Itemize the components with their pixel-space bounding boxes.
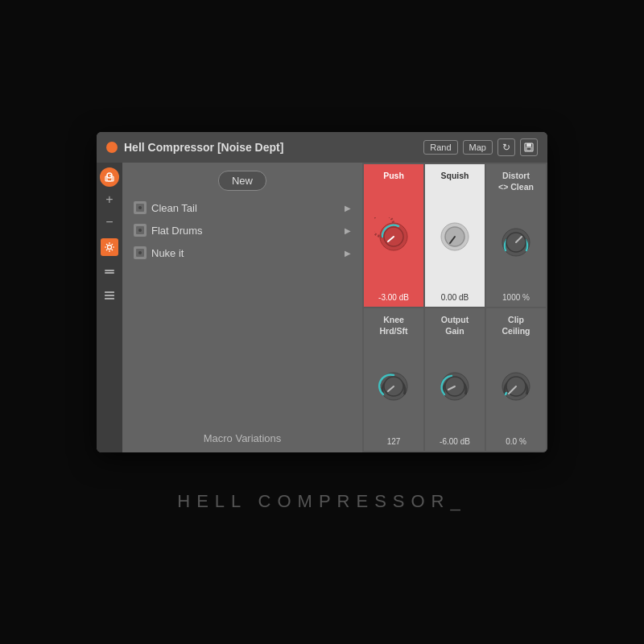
preset-name-2: Nuke it: [151, 247, 340, 259]
left-panel: New Clean Tail ▶: [122, 163, 362, 452]
knob-cell-knee: Knee Hrd/Sft 127: [364, 308, 423, 451]
preset-name-1: Flat Drums: [151, 225, 340, 237]
knob-label-distort: Distort <> Clean: [498, 171, 534, 192]
knob-clip-ceiling[interactable]: [497, 367, 535, 406]
knob-value-distort: 1000 %: [502, 293, 530, 302]
knob-push[interactable]: [374, 217, 413, 256]
knob-cell-push: Push -3.00 dB: [364, 164, 423, 307]
svg-rect-5: [105, 270, 114, 271]
new-button[interactable]: New: [218, 171, 266, 191]
save-button[interactable]: [520, 138, 538, 156]
svg-point-15: [138, 251, 142, 254]
svg-point-11: [138, 206, 142, 209]
knob-value-squish: 0.00 dB: [441, 293, 469, 302]
title-bar: Hell Compressor [Noise Dept] Rand Map ↻: [97, 132, 547, 163]
preset-play-2[interactable]: ▶: [345, 249, 351, 258]
knob-output-gain[interactable]: [436, 367, 474, 406]
knob-cell-distort: Distort <> Clean 1000 %: [486, 164, 546, 307]
preset-item-flat-drums[interactable]: Flat Drums ▶: [129, 220, 356, 241]
sidebar-minus-icon[interactable]: −: [100, 213, 119, 232]
svg-rect-2: [526, 147, 531, 151]
preset-play-0[interactable]: ▶: [345, 204, 351, 213]
macro-label: Macro Variations: [129, 419, 356, 444]
knob-cell-clip-ceiling: Clip Ceiling 0.0 %: [486, 308, 546, 451]
knob-label-output-gain: Output Gain: [441, 315, 469, 336]
right-panel: Push -3.00 dB Squish: [362, 163, 547, 452]
refresh-button[interactable]: ↻: [497, 138, 515, 156]
sidebar-settings-icon[interactable]: [101, 238, 118, 256]
preset-list: Clean Tail ▶ Flat Drums ▶: [129, 197, 356, 263]
knob-label-squish: Squish: [440, 171, 469, 182]
preset-icon-2: [134, 246, 147, 259]
knob-label-push: Push: [383, 171, 404, 182]
title-right: Rand Map ↻: [423, 138, 538, 156]
sidebar-list-icon[interactable]: [101, 287, 118, 304]
plugin-window: Hell Compressor [Noise Dept] Rand Map ↻: [97, 132, 547, 452]
svg-rect-9: [105, 298, 114, 299]
knob-value-push: -3.00 dB: [378, 293, 409, 302]
svg-point-4: [108, 246, 112, 250]
bottom-title: HELL COMPRESSOR_: [177, 491, 466, 512]
knob-cell-squish: Squish 0.00 dB: [425, 164, 485, 307]
svg-point-13: [138, 229, 142, 232]
preset-icon-0: [134, 201, 147, 214]
sidebar: + −: [97, 163, 122, 452]
knob-value-output-gain: -6.00 dB: [440, 437, 470, 446]
save-icon: [524, 142, 534, 152]
preset-item-clean-tail[interactable]: Clean Tail ▶: [129, 197, 356, 218]
sidebar-minus2-icon[interactable]: [101, 262, 118, 280]
svg-rect-8: [105, 295, 114, 296]
preset-item-nuke-it[interactable]: Nuke it ▶: [129, 242, 356, 263]
preset-name-0: Clean Tail: [151, 202, 340, 214]
knob-knee[interactable]: [374, 367, 413, 406]
rand-button[interactable]: Rand: [423, 140, 457, 155]
knob-cell-output-gain: Output Gain -6.00 dB: [425, 308, 485, 451]
knob-value-clip-ceiling: 0.0 %: [506, 437, 526, 446]
map-button[interactable]: Map: [463, 140, 493, 155]
svg-rect-6: [105, 272, 114, 274]
knob-distort[interactable]: [497, 223, 535, 262]
knob-label-clip-ceiling: Clip Ceiling: [502, 315, 530, 336]
title-left: Hell Compressor [Noise Dept]: [106, 141, 283, 154]
svg-rect-1: [526, 143, 531, 147]
window-title: Hell Compressor [Noise Dept]: [124, 141, 283, 154]
knob-label-knee: Knee Hrd/Sft: [380, 315, 408, 336]
sidebar-plus-icon[interactable]: +: [100, 190, 119, 209]
preset-icon-1: [134, 224, 147, 237]
title-dot: [106, 142, 118, 153]
sidebar-home-icon[interactable]: [100, 167, 119, 187]
knob-squish[interactable]: [436, 217, 474, 256]
svg-rect-7: [105, 291, 114, 293]
main-content: + −: [97, 163, 547, 452]
knob-value-knee: 127: [387, 437, 401, 446]
preset-play-1[interactable]: ▶: [345, 226, 351, 235]
